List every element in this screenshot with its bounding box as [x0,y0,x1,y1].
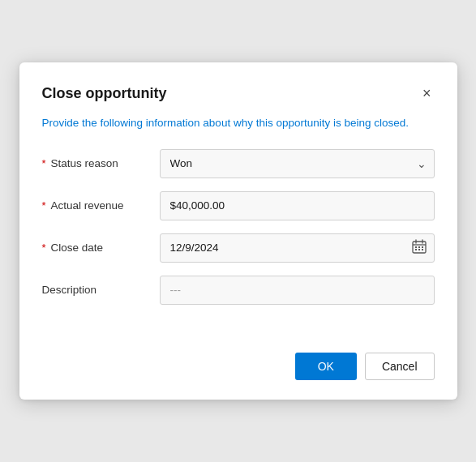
dialog-overlay: Close opportunity × Provide the followin… [0,0,476,462]
actual-revenue-wrapper [160,191,435,220]
status-reason-label: *Status reason [42,157,160,169]
dialog-title: Close opportunity [42,85,167,102]
cancel-button[interactable]: Cancel [365,353,435,380]
description-row: Description [42,275,435,306]
description-wrapper [160,276,435,305]
description-label: Description [42,284,160,296]
close-date-input[interactable] [160,233,435,263]
close-opportunity-dialog: Close opportunity × Provide the followin… [19,62,457,399]
dialog-footer: OK Cancel [42,344,435,380]
required-star-date: * [42,242,46,254]
required-star-revenue: * [42,199,46,212]
dialog-header: Close opportunity × [42,82,435,105]
close-date-wrapper [160,233,435,263]
actual-revenue-label: *Actual revenue [42,199,160,212]
ok-button[interactable]: OK [295,353,357,380]
description-input[interactable] [160,276,435,305]
status-reason-row: *Status reason Won Lost Cancelled Out-So… [42,148,435,179]
close-button[interactable]: × [419,82,435,105]
status-reason-select[interactable]: Won Lost Cancelled Out-Sold [160,149,435,178]
status-reason-wrapper: Won Lost Cancelled Out-Sold ⌄ [160,149,435,178]
close-date-row: *Close date [42,233,435,263]
dialog-subtitle: Provide the following information about … [42,115,435,131]
required-star: * [42,157,46,169]
actual-revenue-row: *Actual revenue [42,190,435,221]
actual-revenue-input[interactable] [160,191,435,220]
close-date-label: *Close date [42,242,160,254]
